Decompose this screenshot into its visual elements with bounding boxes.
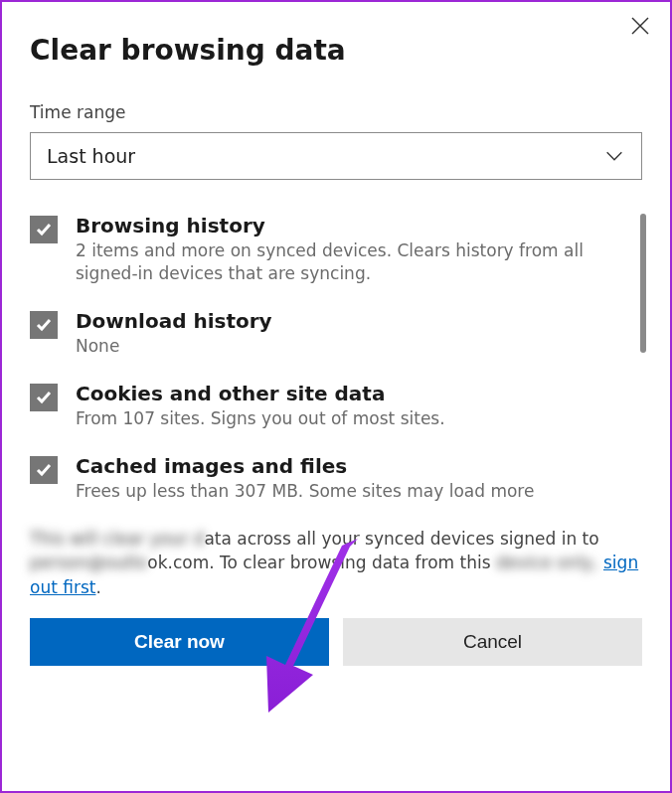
checkbox-download-history[interactable] — [30, 311, 58, 339]
option-label: Cached images and files — [76, 454, 624, 478]
option-desc: 2 items and more on synced devices. Clea… — [76, 239, 624, 285]
option-label: Download history — [76, 309, 624, 333]
check-icon — [35, 221, 53, 238]
checkbox-cookies[interactable] — [30, 384, 58, 411]
clear-now-button[interactable]: Clear now — [30, 618, 329, 666]
option-browsing-history: Browsing history 2 items and more on syn… — [30, 214, 642, 285]
blurred-text: person@outlo — [30, 553, 147, 572]
time-range-label: Time range — [30, 102, 642, 122]
scrollbar-thumb[interactable] — [640, 214, 646, 353]
button-row: Clear now Cancel — [30, 618, 642, 666]
blurred-text: device only, — [496, 553, 603, 572]
time-range-select[interactable]: Last hour — [30, 132, 642, 180]
option-cookies: Cookies and other site data From 107 sit… — [30, 382, 642, 430]
clear-browsing-data-dialog: Clear browsing data Time range Last hour… — [2, 2, 670, 791]
check-icon — [35, 389, 53, 406]
time-range-value: Last hour — [47, 145, 135, 167]
option-cached-images: Cached images and files Frees up less th… — [30, 454, 642, 503]
option-desc: Frees up less than 307 MB. Some sites ma… — [76, 480, 624, 503]
close-icon — [631, 17, 649, 35]
checkbox-browsing-history[interactable] — [30, 216, 58, 243]
chevron-down-icon — [603, 145, 625, 167]
option-desc: From 107 sites. Signs you out of most si… — [76, 407, 624, 430]
option-label: Cookies and other site data — [76, 382, 624, 405]
cancel-button[interactable]: Cancel — [343, 618, 642, 666]
check-icon — [35, 461, 53, 479]
options-list: Browsing history 2 items and more on syn… — [30, 214, 642, 503]
dialog-title: Clear browsing data — [30, 34, 642, 67]
footer-note: This will clear your data across all you… — [30, 527, 642, 600]
check-icon — [35, 316, 53, 334]
blurred-text: This will clear your d — [30, 529, 204, 549]
close-button[interactable] — [624, 10, 656, 42]
option-desc: None — [76, 335, 624, 358]
option-label: Browsing history — [76, 214, 624, 238]
checkbox-cached-images[interactable] — [30, 456, 58, 484]
option-download-history: Download history None — [30, 309, 642, 358]
